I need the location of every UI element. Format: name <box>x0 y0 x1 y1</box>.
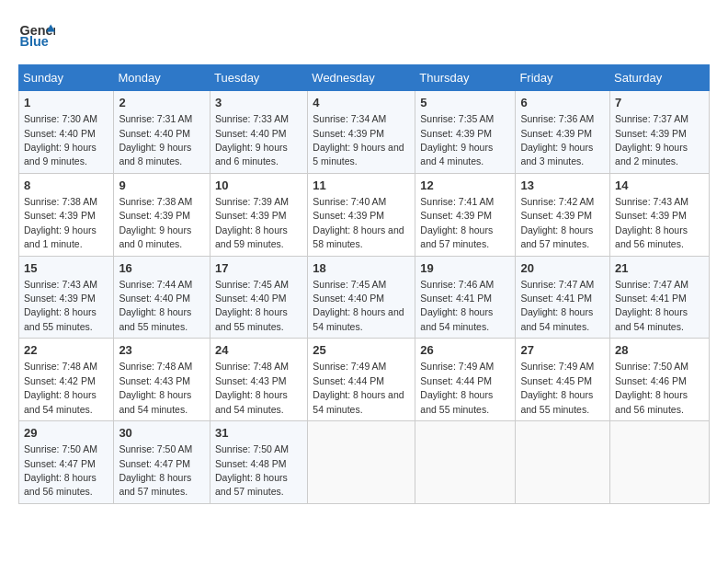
sunrise-info: Sunrise: 7:48 AM <box>119 361 192 372</box>
day-header-tuesday: Tuesday <box>210 65 307 91</box>
sunset-info: Sunset: 4:46 PM <box>615 375 687 386</box>
calendar-cell: 14Sunrise: 7:43 AMSunset: 4:39 PMDayligh… <box>610 173 710 256</box>
calendar-cell: 3Sunrise: 7:33 AMSunset: 4:40 PMDaylight… <box>210 91 307 174</box>
calendar-cell: 10Sunrise: 7:39 AMSunset: 4:39 PMDayligh… <box>210 173 307 256</box>
sunrise-info: Sunrise: 7:38 AM <box>119 196 192 207</box>
day-header-wednesday: Wednesday <box>308 65 415 91</box>
calendar-cell <box>308 421 415 504</box>
daylight-info: Daylight: 8 hours and 54 minutes. <box>313 389 404 414</box>
sunrise-info: Sunrise: 7:47 AM <box>615 279 688 290</box>
day-number: 19 <box>420 260 510 277</box>
sunset-info: Sunset: 4:43 PM <box>119 375 190 386</box>
daylight-info: Daylight: 9 hours and 3 minutes. <box>520 142 593 167</box>
daylight-info: Daylight: 8 hours and 56 minutes. <box>615 224 688 249</box>
sunset-info: Sunset: 4:40 PM <box>313 293 384 304</box>
daylight-info: Daylight: 8 hours and 56 minutes. <box>615 389 688 414</box>
daylight-info: Daylight: 8 hours and 55 minutes. <box>24 306 97 331</box>
sunrise-info: Sunrise: 7:49 AM <box>520 361 594 372</box>
day-number: 13 <box>520 178 605 194</box>
daylight-info: Daylight: 8 hours and 55 minutes. <box>420 389 493 414</box>
daylight-info: Daylight: 8 hours and 54 minutes. <box>615 306 688 331</box>
day-number: 21 <box>615 260 704 277</box>
day-number: 28 <box>615 342 704 359</box>
daylight-info: Daylight: 8 hours and 54 minutes. <box>119 389 191 414</box>
sunset-info: Sunset: 4:40 PM <box>24 128 96 139</box>
calendar-cell: 9Sunrise: 7:38 AMSunset: 4:39 PMDaylight… <box>114 173 210 256</box>
sunset-info: Sunset: 4:42 PM <box>24 375 96 386</box>
day-number: 9 <box>119 178 205 194</box>
calendar-cell: 22Sunrise: 7:48 AMSunset: 4:42 PMDayligh… <box>19 339 114 421</box>
daylight-info: Daylight: 8 hours and 58 minutes. <box>313 224 404 249</box>
sunrise-info: Sunrise: 7:36 AM <box>520 113 594 124</box>
day-number: 14 <box>615 178 704 194</box>
daylight-info: Daylight: 9 hours and 9 minutes. <box>24 142 97 167</box>
day-number: 10 <box>215 178 302 194</box>
sunset-info: Sunset: 4:43 PM <box>215 375 287 386</box>
calendar-cell: 1Sunrise: 7:30 AMSunset: 4:40 PMDaylight… <box>19 91 114 174</box>
calendar-cell: 6Sunrise: 7:36 AMSunset: 4:39 PMDaylight… <box>516 91 610 174</box>
calendar-cell <box>415 421 516 504</box>
calendar-cell: 28Sunrise: 7:50 AMSunset: 4:46 PMDayligh… <box>610 339 710 421</box>
sunset-info: Sunset: 4:47 PM <box>119 458 190 469</box>
calendar-cell: 2Sunrise: 7:31 AMSunset: 4:40 PMDaylight… <box>114 91 210 174</box>
calendar-cell <box>516 421 610 504</box>
sunrise-info: Sunrise: 7:49 AM <box>313 361 386 372</box>
daylight-info: Daylight: 8 hours and 55 minutes. <box>520 389 593 414</box>
sunrise-info: Sunrise: 7:43 AM <box>615 196 688 207</box>
calendar-cell: 24Sunrise: 7:48 AMSunset: 4:43 PMDayligh… <box>210 339 307 421</box>
sunset-info: Sunset: 4:39 PM <box>520 128 592 139</box>
sunset-info: Sunset: 4:48 PM <box>215 458 287 469</box>
sunrise-info: Sunrise: 7:42 AM <box>520 196 594 207</box>
logo-icon: General Blue <box>18 18 55 55</box>
day-header-sunday: Sunday <box>19 65 114 91</box>
day-number: 16 <box>119 260 205 277</box>
sunrise-info: Sunrise: 7:45 AM <box>313 279 386 290</box>
sunrise-info: Sunrise: 7:39 AM <box>215 196 289 207</box>
sunset-info: Sunset: 4:40 PM <box>215 128 287 139</box>
sunset-info: Sunset: 4:47 PM <box>24 458 96 469</box>
day-number: 25 <box>313 342 410 359</box>
day-number: 24 <box>215 342 302 359</box>
calendar-cell: 13Sunrise: 7:42 AMSunset: 4:39 PMDayligh… <box>516 173 610 256</box>
day-number: 11 <box>313 178 410 194</box>
daylight-info: Daylight: 8 hours and 57 minutes. <box>420 224 493 249</box>
sunrise-info: Sunrise: 7:35 AM <box>420 113 494 124</box>
daylight-info: Daylight: 8 hours and 54 minutes. <box>313 306 404 331</box>
sunrise-info: Sunrise: 7:50 AM <box>24 443 97 454</box>
sunrise-info: Sunrise: 7:46 AM <box>420 279 494 290</box>
sunrise-info: Sunrise: 7:37 AM <box>615 113 688 124</box>
calendar-cell <box>610 421 710 504</box>
daylight-info: Daylight: 8 hours and 54 minutes. <box>215 389 288 414</box>
daylight-info: Daylight: 9 hours and 0 minutes. <box>119 224 191 249</box>
calendar-cell: 31Sunrise: 7:50 AMSunset: 4:48 PMDayligh… <box>210 421 307 504</box>
calendar-table: SundayMondayTuesdayWednesdayThursdayFrid… <box>18 64 710 504</box>
sunrise-info: Sunrise: 7:41 AM <box>420 196 494 207</box>
daylight-info: Daylight: 9 hours and 5 minutes. <box>313 142 404 167</box>
day-number: 5 <box>420 95 510 111</box>
calendar-cell: 19Sunrise: 7:46 AMSunset: 4:41 PMDayligh… <box>415 256 516 339</box>
day-number: 1 <box>24 95 108 111</box>
day-number: 20 <box>520 260 605 277</box>
calendar-cell: 27Sunrise: 7:49 AMSunset: 4:45 PMDayligh… <box>516 339 610 421</box>
sunset-info: Sunset: 4:41 PM <box>520 293 592 304</box>
daylight-info: Daylight: 8 hours and 57 minutes. <box>119 472 191 497</box>
sunrise-info: Sunrise: 7:44 AM <box>119 279 192 290</box>
sunrise-info: Sunrise: 7:50 AM <box>615 361 688 372</box>
day-number: 29 <box>24 425 108 442</box>
calendar-cell: 7Sunrise: 7:37 AMSunset: 4:39 PMDaylight… <box>610 91 710 174</box>
sunset-info: Sunset: 4:39 PM <box>313 210 384 221</box>
day-number: 12 <box>420 178 510 194</box>
day-number: 2 <box>119 95 205 111</box>
day-number: 4 <box>313 95 410 111</box>
sunset-info: Sunset: 4:44 PM <box>313 375 384 386</box>
sunrise-info: Sunrise: 7:30 AM <box>24 113 97 124</box>
sunrise-info: Sunrise: 7:34 AM <box>313 113 386 124</box>
daylight-info: Daylight: 8 hours and 59 minutes. <box>215 224 288 249</box>
sunset-info: Sunset: 4:39 PM <box>615 128 687 139</box>
calendar-cell: 30Sunrise: 7:50 AMSunset: 4:47 PMDayligh… <box>114 421 210 504</box>
calendar-cell: 20Sunrise: 7:47 AMSunset: 4:41 PMDayligh… <box>516 256 610 339</box>
sunrise-info: Sunrise: 7:50 AM <box>119 443 192 454</box>
daylight-info: Daylight: 8 hours and 54 minutes. <box>24 389 97 414</box>
day-number: 31 <box>215 425 302 442</box>
daylight-info: Daylight: 9 hours and 6 minutes. <box>215 142 288 167</box>
